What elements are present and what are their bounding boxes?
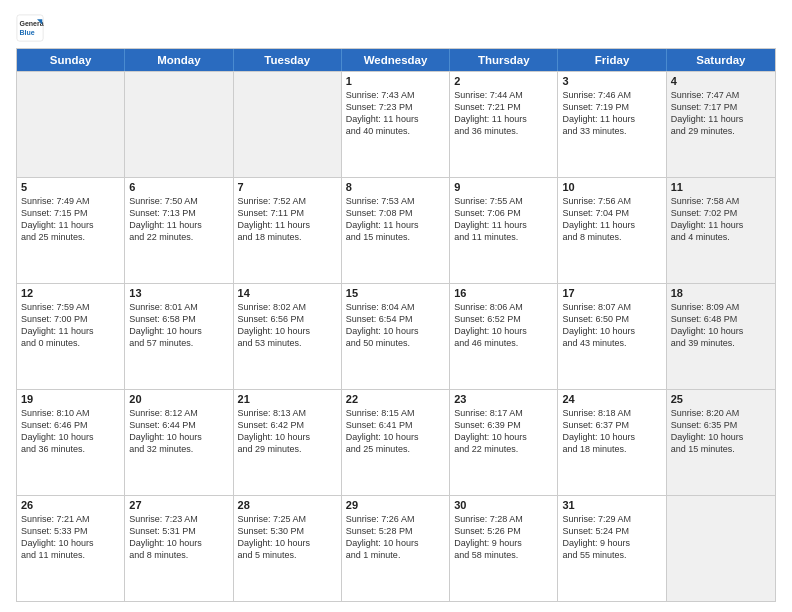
- calendar-cell: [17, 72, 125, 177]
- day-number: 4: [671, 75, 771, 87]
- calendar-row: 26Sunrise: 7:21 AM Sunset: 5:33 PM Dayli…: [17, 495, 775, 601]
- day-number: 11: [671, 181, 771, 193]
- day-number: 31: [562, 499, 661, 511]
- day-info: Sunrise: 8:02 AM Sunset: 6:56 PM Dayligh…: [238, 301, 337, 350]
- day-number: 18: [671, 287, 771, 299]
- day-info: Sunrise: 7:50 AM Sunset: 7:13 PM Dayligh…: [129, 195, 228, 244]
- day-number: 8: [346, 181, 445, 193]
- calendar-cell: 11Sunrise: 7:58 AM Sunset: 7:02 PM Dayli…: [667, 178, 775, 283]
- calendar-cell: 3Sunrise: 7:46 AM Sunset: 7:19 PM Daylig…: [558, 72, 666, 177]
- day-number: 19: [21, 393, 120, 405]
- calendar-cell: [125, 72, 233, 177]
- day-info: Sunrise: 8:01 AM Sunset: 6:58 PM Dayligh…: [129, 301, 228, 350]
- calendar-row: 12Sunrise: 7:59 AM Sunset: 7:00 PM Dayli…: [17, 283, 775, 389]
- header-day-thursday: Thursday: [450, 49, 558, 71]
- calendar-cell: 6Sunrise: 7:50 AM Sunset: 7:13 PM Daylig…: [125, 178, 233, 283]
- day-info: Sunrise: 7:58 AM Sunset: 7:02 PM Dayligh…: [671, 195, 771, 244]
- day-number: 13: [129, 287, 228, 299]
- day-number: 9: [454, 181, 553, 193]
- header-day-monday: Monday: [125, 49, 233, 71]
- day-info: Sunrise: 8:09 AM Sunset: 6:48 PM Dayligh…: [671, 301, 771, 350]
- calendar-cell: 13Sunrise: 8:01 AM Sunset: 6:58 PM Dayli…: [125, 284, 233, 389]
- day-info: Sunrise: 7:21 AM Sunset: 5:33 PM Dayligh…: [21, 513, 120, 562]
- header-day-wednesday: Wednesday: [342, 49, 450, 71]
- calendar-cell: 24Sunrise: 8:18 AM Sunset: 6:37 PM Dayli…: [558, 390, 666, 495]
- calendar-cell: 18Sunrise: 8:09 AM Sunset: 6:48 PM Dayli…: [667, 284, 775, 389]
- page-header: General Blue: [16, 10, 776, 42]
- calendar-cell: 8Sunrise: 7:53 AM Sunset: 7:08 PM Daylig…: [342, 178, 450, 283]
- header-day-tuesday: Tuesday: [234, 49, 342, 71]
- day-info: Sunrise: 7:55 AM Sunset: 7:06 PM Dayligh…: [454, 195, 553, 244]
- day-info: Sunrise: 8:13 AM Sunset: 6:42 PM Dayligh…: [238, 407, 337, 456]
- day-number: 20: [129, 393, 228, 405]
- calendar-cell: 29Sunrise: 7:26 AM Sunset: 5:28 PM Dayli…: [342, 496, 450, 601]
- calendar-cell: 19Sunrise: 8:10 AM Sunset: 6:46 PM Dayli…: [17, 390, 125, 495]
- calendar-cell: 25Sunrise: 8:20 AM Sunset: 6:35 PM Dayli…: [667, 390, 775, 495]
- day-info: Sunrise: 8:20 AM Sunset: 6:35 PM Dayligh…: [671, 407, 771, 456]
- day-number: 14: [238, 287, 337, 299]
- day-number: 26: [21, 499, 120, 511]
- day-number: 25: [671, 393, 771, 405]
- calendar-cell: 5Sunrise: 7:49 AM Sunset: 7:15 PM Daylig…: [17, 178, 125, 283]
- day-info: Sunrise: 8:06 AM Sunset: 6:52 PM Dayligh…: [454, 301, 553, 350]
- svg-text:Blue: Blue: [20, 29, 35, 36]
- day-info: Sunrise: 7:25 AM Sunset: 5:30 PM Dayligh…: [238, 513, 337, 562]
- day-info: Sunrise: 7:47 AM Sunset: 7:17 PM Dayligh…: [671, 89, 771, 138]
- calendar-cell: 12Sunrise: 7:59 AM Sunset: 7:00 PM Dayli…: [17, 284, 125, 389]
- calendar-cell: 26Sunrise: 7:21 AM Sunset: 5:33 PM Dayli…: [17, 496, 125, 601]
- day-number: 17: [562, 287, 661, 299]
- day-number: 12: [21, 287, 120, 299]
- day-number: 27: [129, 499, 228, 511]
- day-info: Sunrise: 7:46 AM Sunset: 7:19 PM Dayligh…: [562, 89, 661, 138]
- day-number: 6: [129, 181, 228, 193]
- day-number: 21: [238, 393, 337, 405]
- day-info: Sunrise: 8:18 AM Sunset: 6:37 PM Dayligh…: [562, 407, 661, 456]
- calendar-row: 5Sunrise: 7:49 AM Sunset: 7:15 PM Daylig…: [17, 177, 775, 283]
- calendar-cell: 22Sunrise: 8:15 AM Sunset: 6:41 PM Dayli…: [342, 390, 450, 495]
- day-info: Sunrise: 7:44 AM Sunset: 7:21 PM Dayligh…: [454, 89, 553, 138]
- day-info: Sunrise: 8:15 AM Sunset: 6:41 PM Dayligh…: [346, 407, 445, 456]
- day-number: 23: [454, 393, 553, 405]
- calendar: SundayMondayTuesdayWednesdayThursdayFrid…: [16, 48, 776, 602]
- calendar-row: 19Sunrise: 8:10 AM Sunset: 6:46 PM Dayli…: [17, 389, 775, 495]
- day-number: 22: [346, 393, 445, 405]
- day-number: 24: [562, 393, 661, 405]
- calendar-cell: 30Sunrise: 7:28 AM Sunset: 5:26 PM Dayli…: [450, 496, 558, 601]
- day-info: Sunrise: 7:29 AM Sunset: 5:24 PM Dayligh…: [562, 513, 661, 562]
- calendar-cell: 15Sunrise: 8:04 AM Sunset: 6:54 PM Dayli…: [342, 284, 450, 389]
- day-info: Sunrise: 8:12 AM Sunset: 6:44 PM Dayligh…: [129, 407, 228, 456]
- day-number: 3: [562, 75, 661, 87]
- day-number: 1: [346, 75, 445, 87]
- day-number: 16: [454, 287, 553, 299]
- header-day-sunday: Sunday: [17, 49, 125, 71]
- calendar-cell: 4Sunrise: 7:47 AM Sunset: 7:17 PM Daylig…: [667, 72, 775, 177]
- calendar-cell: 1Sunrise: 7:43 AM Sunset: 7:23 PM Daylig…: [342, 72, 450, 177]
- logo: General Blue: [16, 14, 48, 42]
- day-number: 30: [454, 499, 553, 511]
- calendar-cell: 9Sunrise: 7:55 AM Sunset: 7:06 PM Daylig…: [450, 178, 558, 283]
- calendar-cell: 27Sunrise: 7:23 AM Sunset: 5:31 PM Dayli…: [125, 496, 233, 601]
- calendar-cell: [234, 72, 342, 177]
- day-number: 28: [238, 499, 337, 511]
- day-info: Sunrise: 7:28 AM Sunset: 5:26 PM Dayligh…: [454, 513, 553, 562]
- calendar-cell: 7Sunrise: 7:52 AM Sunset: 7:11 PM Daylig…: [234, 178, 342, 283]
- calendar-cell: 14Sunrise: 8:02 AM Sunset: 6:56 PM Dayli…: [234, 284, 342, 389]
- day-number: 15: [346, 287, 445, 299]
- calendar-cell: 16Sunrise: 8:06 AM Sunset: 6:52 PM Dayli…: [450, 284, 558, 389]
- day-info: Sunrise: 8:04 AM Sunset: 6:54 PM Dayligh…: [346, 301, 445, 350]
- calendar-cell: 23Sunrise: 8:17 AM Sunset: 6:39 PM Dayli…: [450, 390, 558, 495]
- day-info: Sunrise: 7:43 AM Sunset: 7:23 PM Dayligh…: [346, 89, 445, 138]
- header-day-saturday: Saturday: [667, 49, 775, 71]
- day-info: Sunrise: 7:56 AM Sunset: 7:04 PM Dayligh…: [562, 195, 661, 244]
- calendar-cell: 2Sunrise: 7:44 AM Sunset: 7:21 PM Daylig…: [450, 72, 558, 177]
- day-info: Sunrise: 8:10 AM Sunset: 6:46 PM Dayligh…: [21, 407, 120, 456]
- calendar-row: 1Sunrise: 7:43 AM Sunset: 7:23 PM Daylig…: [17, 71, 775, 177]
- svg-rect-0: [17, 15, 43, 41]
- header-day-friday: Friday: [558, 49, 666, 71]
- logo-icon: General Blue: [16, 14, 44, 42]
- day-info: Sunrise: 8:07 AM Sunset: 6:50 PM Dayligh…: [562, 301, 661, 350]
- day-number: 5: [21, 181, 120, 193]
- day-info: Sunrise: 7:26 AM Sunset: 5:28 PM Dayligh…: [346, 513, 445, 562]
- calendar-cell: 20Sunrise: 8:12 AM Sunset: 6:44 PM Dayli…: [125, 390, 233, 495]
- calendar-cell: [667, 496, 775, 601]
